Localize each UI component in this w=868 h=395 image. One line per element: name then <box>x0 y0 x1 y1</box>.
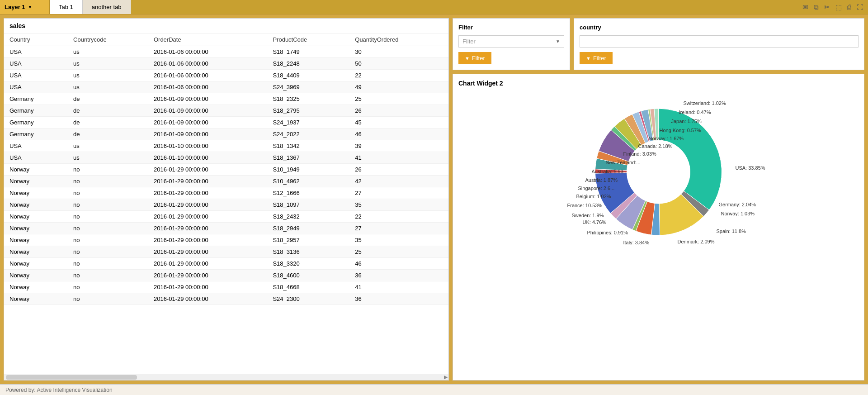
table-cell: no <box>68 187 148 199</box>
filter-apply-button[interactable]: ▼ Filter <box>458 52 491 64</box>
country-filter-button[interactable]: ▼ Filter <box>580 52 613 64</box>
table-wrapper[interactable]: Country Countrycode OrderDate ProductCod… <box>4 33 448 374</box>
table-cell: no <box>68 223 148 234</box>
table-row: Germanyde2016-01-09 00:00:00S24_193745 <box>4 117 448 128</box>
filter-icon: ▼ <box>465 56 470 61</box>
table-cell: 2016-01-29 00:00:00 <box>148 176 267 187</box>
table-cell: Norway <box>4 211 68 223</box>
table-cell: S18_3136 <box>267 246 349 258</box>
table-title: sales <box>4 19 448 33</box>
table-cell: S10_4962 <box>267 176 349 187</box>
table-cell: 45 <box>349 117 448 128</box>
tab-another[interactable]: another tab <box>83 0 131 14</box>
table-cell: 2016-01-06 00:00:00 <box>148 70 267 81</box>
table-row: Norwayno2016-01-29 00:00:00S18_313625 <box>4 246 448 258</box>
table-cell: S18_4668 <box>267 281 349 293</box>
scissors-icon[interactable]: ✂ <box>824 3 830 11</box>
table-cell: S18_2248 <box>267 58 349 70</box>
table-cell: S24_2300 <box>267 293 349 305</box>
table-cell: Norway <box>4 234 68 246</box>
chart-label: Singapore: 2.6... <box>578 186 615 191</box>
table-cell: no <box>68 258 148 270</box>
col-orderdate: OrderDate <box>148 33 267 46</box>
filter-dropdown[interactable]: Filter ▼ <box>458 35 564 48</box>
table-cell: Norway <box>4 199 68 211</box>
table-cell: de <box>68 128 148 140</box>
table-cell: 35 <box>349 199 448 211</box>
table-cell: Germany <box>4 117 68 128</box>
table-cell: 2016-01-06 00:00:00 <box>148 58 267 70</box>
chart-label: Philippines: 0.91% <box>587 230 628 235</box>
chart-label: Austria: 1.87% <box>585 177 618 183</box>
table-cell: no <box>68 164 148 176</box>
table-row: USAus2016-01-06 00:00:00S24_396949 <box>4 81 448 93</box>
table-cell: 49 <box>349 81 448 93</box>
tab-1[interactable]: Tab 1 <box>50 0 83 14</box>
table-cell: 46 <box>349 258 448 270</box>
table-cell: 25 <box>349 246 448 258</box>
col-productcode: ProductCode <box>267 33 349 46</box>
top-bar: Layer 1 ▼ Tab 1 another tab ✉ ⧉ ✂ ⬚ ⎙ ⛶ <box>0 0 868 14</box>
chart-label: Norway: 1.03% <box>721 211 755 216</box>
hscroll-right-arrow[interactable]: ▶ <box>444 374 448 380</box>
table-cell: 41 <box>349 281 448 293</box>
table-cell: S18_1097 <box>267 199 349 211</box>
table-cell: Norway <box>4 293 68 305</box>
table-row: Norwayno2016-01-29 00:00:00S24_230036 <box>4 293 448 305</box>
table-cell: us <box>68 140 148 152</box>
chart-label: USA: 33.85% <box>736 165 765 171</box>
table-cell: us <box>68 152 148 164</box>
footer-text: Powered by: Active Intelligence Visualiz… <box>5 387 113 393</box>
hscroll-thumb <box>6 375 137 380</box>
expand-icon[interactable]: ⛶ <box>857 3 863 11</box>
layer-dropdown[interactable]: Layer 1 ▼ <box>0 0 50 14</box>
table-cell: us <box>68 46 148 58</box>
table-cell: Germany <box>4 93 68 105</box>
share-icon[interactable]: ⧉ <box>814 3 819 11</box>
sales-table: Country Countrycode OrderDate ProductCod… <box>4 33 448 305</box>
chart-label: Denmark: 2.09% <box>678 239 715 244</box>
table-cell: S24_3969 <box>267 81 349 93</box>
table-cell: S18_4409 <box>267 70 349 81</box>
table-cell: S18_2795 <box>267 105 349 117</box>
table-cell: Norway <box>4 281 68 293</box>
table-cell: USA <box>4 70 68 81</box>
table-cell: S18_1367 <box>267 152 349 164</box>
layer-label: Layer 1 <box>5 4 25 10</box>
table-cell: 26 <box>349 105 448 117</box>
table-cell: Norway <box>4 223 68 234</box>
table-cell: 30 <box>349 46 448 58</box>
email-icon[interactable]: ✉ <box>802 3 808 11</box>
table-header-row: Country Countrycode OrderDate ProductCod… <box>4 33 448 46</box>
footer: Powered by: Active Intelligence Visualiz… <box>0 384 868 395</box>
table-cell: no <box>68 211 148 223</box>
table-cell: USA <box>4 152 68 164</box>
table-cell: 2016-01-10 00:00:00 <box>148 152 267 164</box>
table-cell: 22 <box>349 211 448 223</box>
table-cell: Germany <box>4 105 68 117</box>
horizontal-scrollbar[interactable]: ▶ <box>4 374 448 380</box>
table-row: Germanyde2016-01-09 00:00:00S24_202246 <box>4 128 448 140</box>
camera-icon[interactable]: ⬚ <box>835 3 842 11</box>
table-cell: Norway <box>4 270 68 281</box>
table-cell: S10_1949 <box>267 164 349 176</box>
table-cell: 39 <box>349 140 448 152</box>
table-cell: USA <box>4 58 68 70</box>
table-row: Norwayno2016-01-29 00:00:00S18_466841 <box>4 281 448 293</box>
table-cell: S12_1666 <box>267 187 349 199</box>
table-cell: 27 <box>349 187 448 199</box>
printer-icon[interactable]: ⎙ <box>847 3 851 11</box>
table-cell: 27 <box>349 223 448 234</box>
table-cell: 2016-01-09 00:00:00 <box>148 128 267 140</box>
table-cell: Norway <box>4 164 68 176</box>
table-cell: 2016-01-29 00:00:00 <box>148 223 267 234</box>
table-cell: S18_2957 <box>267 234 349 246</box>
chart-label: UK: 4.76% <box>583 219 607 225</box>
table-cell: 2016-01-09 00:00:00 <box>148 93 267 105</box>
table-cell: 25 <box>349 93 448 105</box>
table-row: Norwayno2016-01-29 00:00:00S18_109735 <box>4 199 448 211</box>
table-cell: USA <box>4 81 68 93</box>
table-cell: 50 <box>349 58 448 70</box>
chart-label: Spain: 11.8% <box>717 228 746 234</box>
country-input[interactable] <box>580 35 859 48</box>
